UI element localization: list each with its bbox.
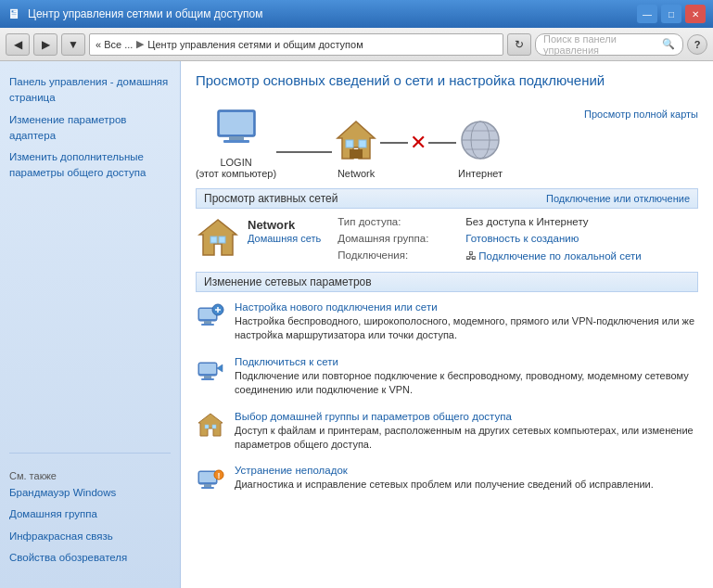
homegroup-value-link[interactable]: Готовность к созданию [465,233,579,244]
search-placeholder: Поиск в панели управления [543,33,658,56]
homegroup-label: Домашняя группа: [337,233,458,244]
page-title: Просмотр основных сведений о сети и наст… [196,72,605,88]
settings-desc-2: Доступ к файлам и принтерам, расположенн… [235,424,698,453]
sidebar-item-sharing[interactable]: Изменить дополнительные параметры общего… [9,149,171,182]
search-box[interactable]: Поиск в панели управления 🔍 [535,33,683,56]
sidebar-nav-section: Панель управления - домашняя страница Из… [0,70,180,195]
settings-desc-3: Диагностика и исправление сетевых пробле… [235,478,698,492]
minimize-button[interactable]: — [637,5,657,23]
settings-item-1: Подключиться к сети Подключение или повт… [196,354,698,400]
sidebar-see-also-section: См. также Брандмауэр Windows Домашняя гр… [0,459,180,579]
search-icon: 🔍 [662,38,675,50]
sidebar-item-infrared[interactable]: Инфракрасная связь [9,529,171,544]
svg-rect-14 [210,236,217,243]
sidebar-item-firewall[interactable]: Брандмауэр Windows [9,485,171,501]
see-also-title: См. также [9,470,171,481]
settings-title-3[interactable]: Устранение неполадок [235,465,698,476]
svg-rect-26 [201,378,214,380]
main-layout: Панель управления - домашняя страница Из… [0,61,713,588]
settings-title-1[interactable]: Подключиться к сети [235,356,698,367]
svg-rect-3 [223,140,249,143]
svg-rect-15 [219,236,225,243]
network-type-link[interactable]: Домашняя сеть [248,233,321,244]
settings-desc-0: Настройка беспроводного, широкополосного… [235,314,698,343]
connection-icon: 🖧 [465,249,477,262]
sidebar-item-homegroup[interactable]: Домашняя группа [9,506,171,522]
settings-title-2[interactable]: Выбор домашней группы и параметров общег… [235,411,698,422]
close-button[interactable]: ✕ [685,5,706,23]
disconnect-icon: ✕ [408,133,428,153]
svg-marker-13 [199,220,236,255]
connections-row: Подключения: 🖧 Подключение по локальной … [337,249,641,262]
settings-header: Изменение сетевых параметров [196,272,698,292]
settings-section: Изменение сетевых параметров Настро [196,272,698,496]
connector-2: ✕ [380,133,456,179]
access-type-label: Тип доступа: [337,216,458,227]
svg-rect-24 [199,364,216,374]
computer-label: LOGIN (этот компьютер) [196,157,276,179]
address-box[interactable]: « Все ... ▶ Центр управления сетями и об… [89,33,503,56]
diagram-computer: LOGIN (этот компьютер) [196,105,276,179]
network-info: Network Домашняя сеть [248,216,321,262]
settings-desc-1: Подключение или повторное подключение к … [235,369,698,398]
settings-info-1: Подключиться к сети Подключение или повт… [235,356,698,398]
connector-1 [276,151,332,179]
svg-rect-7 [359,140,366,147]
svg-rect-2 [229,136,244,140]
settings-item-2: Выбор домашней группы и параметров общег… [196,409,698,454]
settings-info-3: Устранение неполадок Диагностика и испра… [235,465,698,494]
network-diagram: LOGIN (этот компьютер) [196,105,504,179]
settings-icon-0 [196,301,225,331]
sidebar-item-browser[interactable]: Свойства обозревателя [9,550,171,566]
active-network-entry: Network Домашняя сеть Тип доступа: Без д… [196,216,698,262]
svg-rect-33 [201,487,214,489]
addressbar: ◀ ▶ ▼ « Все ... ▶ Центр управления сетям… [0,28,713,61]
titlebar-title: Центр управления сетями и общим доступом [28,7,633,20]
sidebar-item-home[interactable]: Панель управления - домашняя страница [9,74,171,107]
house-icon [332,116,380,164]
settings-item-0: Настройка нового подключения или сети На… [196,300,698,345]
sidebar: Панель управления - домашняя страница Из… [0,61,181,588]
svg-rect-1 [220,112,253,134]
svg-rect-19 [201,324,214,326]
globe-icon [456,116,504,164]
address-current: Центр управления сетями и общим доступом [147,39,363,50]
connections-label: Подключения: [337,249,458,262]
settings-icon-1 [196,356,225,386]
settings-title-0[interactable]: Настройка нового подключения или сети [235,301,698,313]
back-button[interactable]: ◀ [6,33,30,56]
svg-rect-28 [205,425,209,428]
svg-rect-32 [204,484,211,487]
view-full-map-link[interactable]: Просмотр полной карты [584,109,698,120]
network-details: Тип доступа: Без доступа к Интернету Дом… [337,216,641,262]
homegroup-row: Домашняя группа: Готовность к созданию [337,233,641,244]
settings-icon-3: ! [196,465,225,494]
dropdown-button[interactable]: ▼ [61,33,85,56]
help-button[interactable]: ? [687,34,707,55]
refresh-button[interactable]: ↻ [507,33,531,56]
svg-marker-27 [198,414,223,436]
svg-rect-5 [350,149,363,159]
svg-rect-6 [346,140,353,147]
active-networks-title: Просмотр активных сетей [204,192,337,205]
svg-text:!: ! [218,471,221,480]
diagram-network: Network [332,116,380,179]
active-networks-header: Просмотр активных сетей Подключение или … [196,188,698,209]
maximize-button[interactable]: □ [661,5,681,23]
titlebar: 🖥 Центр управления сетями и общим доступ… [0,0,713,28]
settings-info-0: Настройка нового подключения или сети На… [235,301,698,343]
svg-rect-25 [204,376,211,378]
address-separator: ▶ [136,38,144,50]
computer-icon [212,105,261,153]
svg-rect-18 [204,321,211,324]
network-name: Network [248,218,321,232]
connections-value-link[interactable]: Подключение по локальной сети [478,250,641,262]
svg-rect-31 [199,472,216,482]
forward-button[interactable]: ▶ [33,33,57,56]
sidebar-divider [9,453,171,454]
settings-item-3: ! Устранение неполадок Диагностика и исп… [196,463,698,496]
internet-label: Интернет [458,168,503,179]
sidebar-item-adapter[interactable]: Изменение параметров адаптера [9,112,171,145]
settings-info-2: Выбор домашней группы и параметров общег… [235,411,698,453]
connect-disconnect-link[interactable]: Подключение или отключение [546,193,690,204]
